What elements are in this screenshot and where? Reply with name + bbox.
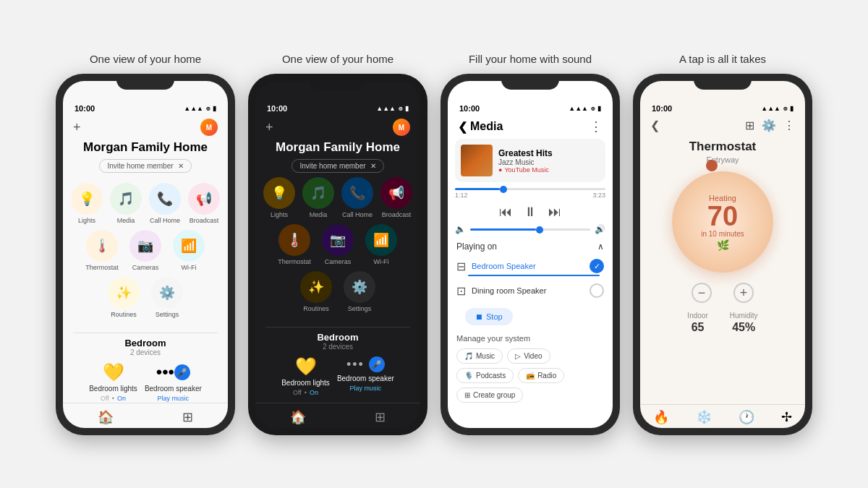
volume-track[interactable] (470, 228, 590, 231)
invite-chip-2[interactable]: Invite home member ✕ (292, 159, 383, 173)
dark-grid-wifi[interactable]: 📶 Wi-Fi (362, 224, 400, 265)
add-icon-2[interactable]: + (265, 120, 273, 135)
collapse-icon[interactable]: ∧ (597, 241, 604, 252)
home-nav-icon[interactable]: 🏠 (98, 409, 114, 425)
dark-grid-thermo[interactable]: 🌡️ Thermostat (276, 224, 313, 265)
wifi-icon-2: ⌾ (399, 105, 402, 112)
thermo-time: in 10 minutes (701, 230, 744, 238)
grid-item-wifi[interactable]: 📶 Wi-Fi (170, 230, 208, 271)
grid-item-lights[interactable]: 💡 Lights (70, 183, 103, 224)
caption-screen3: Fill your home with sound (469, 53, 592, 65)
dark-devices-nav[interactable]: ⊞ (375, 409, 386, 425)
volume-fill (470, 228, 536, 231)
stop-icon: ⏹ (475, 312, 483, 321)
avatar-2[interactable]: M (393, 119, 410, 136)
dark-grid-routines[interactable]: ✨ Routines (297, 271, 335, 312)
dark-grid-settings[interactable]: ⚙️ Settings (341, 271, 378, 312)
close-icon-2[interactable]: ✕ (370, 162, 376, 170)
grid-row-2: 🌡️ Thermostat 📷 Cameras 📶 Wi-Fi (70, 230, 221, 271)
more-icon-thermo[interactable]: ⋮ (783, 119, 795, 132)
dark-lights-device-icon: 💛 (295, 356, 317, 377)
room-section-2: Bedroom 2 devices 💛 Bedroom lights Off •… (255, 332, 420, 396)
dark-play-music[interactable]: Play music (350, 385, 382, 392)
stop-button[interactable]: ⏹ Stop (465, 308, 513, 325)
humidity-label: Humidity (730, 312, 758, 320)
notch3 (501, 74, 559, 90)
grid-item-call[interactable]: 📞 Call Home (148, 183, 182, 224)
devices-nav-icon[interactable]: ⊞ (182, 409, 193, 425)
screen1-content: 10:00 ▲▲▲ ⌾ ▮ + M Morgan Family Home (63, 81, 228, 428)
media-title: ❮ Media (458, 120, 503, 134)
dark-mic-button[interactable]: 🎤 (369, 356, 385, 372)
bottom-nav-2: 🏠 ⊞ (255, 403, 420, 428)
dark-home-nav[interactable]: 🏠 (290, 409, 306, 425)
dark-grid-media[interactable]: 🎵 Media (302, 177, 335, 218)
track-info: Greatest Hits Jazz Music ● YouTube Music (498, 148, 600, 174)
chip-video[interactable]: ▷ Video (507, 348, 550, 364)
track-source: ● YouTube Music (498, 166, 600, 174)
lights-on: On (117, 395, 126, 402)
thermostat-dial[interactable]: Heating 70 in 10 minutes 🌿 (672, 171, 773, 273)
dark-device-lights[interactable]: 💛 Bedroom lights Off • On (281, 356, 330, 396)
thermo-subtitle: Entryway (640, 155, 805, 164)
pause-button[interactable]: ⏸ (524, 205, 537, 220)
screen1-wrapper: One view of your home 10:00 ▲▲▲ ⌾ ▮ + (56, 53, 235, 435)
grid-row-3: ✨ Routines ⚙️ Settings (70, 277, 221, 318)
device-lights[interactable]: 💛 Bedroom lights Off • On (89, 362, 137, 402)
dark-cameras-icon: 📷 (322, 224, 354, 256)
play-music-link[interactable]: Play music (158, 395, 190, 402)
dark-grid-cameras[interactable]: 📷 Cameras (319, 224, 357, 265)
mic-button[interactable]: 🎤 (174, 364, 190, 380)
cool-nav-icon[interactable]: ❄️ (696, 409, 712, 425)
grid-item-cameras[interactable]: 📷 Cameras (127, 230, 164, 271)
chip-group[interactable]: ⊞ Create group (456, 388, 523, 403)
status-icons-3: ▲▲▲ ⌾ ▮ (569, 105, 601, 112)
grid-item-settings[interactable]: ⚙️ Settings (148, 277, 186, 318)
avatar-1[interactable]: M (200, 119, 218, 136)
heat-nav-icon[interactable]: 🔥 (653, 409, 669, 425)
add-icon[interactable]: + (73, 120, 81, 135)
chip-radio[interactable]: 📻 Radio (518, 368, 564, 383)
dark-wifi-icon: 📶 (365, 224, 397, 256)
chip-podcasts[interactable]: 🎙️ Podcasts (456, 368, 514, 383)
chip-music[interactable]: 🎵 Music (456, 348, 503, 364)
invite-chip-1[interactable]: Invite home member ✕ (99, 159, 191, 173)
progress-bar[interactable]: 1:12 3:23 (448, 188, 613, 202)
speaker-device-name: Bedroom speaker (145, 385, 202, 393)
dark-call-icon: 📞 (341, 177, 373, 209)
thermo-header: ❮ ⊞ ⚙️ ⋮ (640, 116, 805, 137)
next-button[interactable]: ⏭ (548, 205, 561, 220)
battery-icon-3: ▮ (597, 105, 601, 112)
decrease-temp-button[interactable]: − (692, 283, 712, 303)
bottom-nav-1: 🏠 ⊞ (63, 403, 228, 428)
screenshots-container: One view of your home 10:00 ▲▲▲ ⌾ ▮ + (34, 38, 834, 450)
group-chip-icon: ⊞ (464, 391, 470, 399)
grid-item-thermo[interactable]: 🌡️ Thermostat (83, 230, 121, 271)
plus-icon: + (740, 286, 748, 301)
schedule-nav-icon[interactable]: 🕐 (739, 409, 754, 425)
dark-grid-lights[interactable]: 💡 Lights (263, 177, 296, 218)
more-icon[interactable]: ⋮ (590, 119, 603, 134)
speaker-item-dining[interactable]: ⊡ Dining room Speaker (448, 279, 613, 302)
status-bar-2: 10:00 ▲▲▲ ⌾ ▮ (255, 98, 420, 116)
device-speaker[interactable]: ••• 🎤 Bedroom speaker Play music (145, 362, 202, 402)
grid-item-media[interactable]: 🎵 Media (109, 183, 142, 224)
chevron-down-icon[interactable]: ❮ (458, 120, 467, 134)
dark-device-speaker[interactable]: ••• 🎤 Bedroom speaker Play music (337, 356, 394, 396)
fan-nav-icon[interactable]: ✢ (781, 409, 792, 425)
back-icon[interactable]: ❮ (650, 119, 660, 132)
increase-temp-button[interactable]: + (733, 283, 754, 303)
speaker-device-icon: ••• (156, 362, 174, 382)
prev-button[interactable]: ⏮ (499, 205, 512, 220)
humidity-stat: Humidity 45% (730, 312, 758, 334)
dark-speaker-name: Bedroom speaker (337, 374, 394, 382)
notch4 (694, 74, 752, 90)
lights-device-name: Bedroom lights (89, 385, 137, 393)
dark-grid-call[interactable]: 📞 Call Home (341, 177, 374, 218)
gear-icon-thermo[interactable]: ⚙️ (762, 119, 776, 132)
settings-icon-thermo[interactable]: ⊞ (745, 119, 754, 132)
grid-item-broadcast[interactable]: 📢 Broadcast (187, 183, 221, 224)
grid-item-routines[interactable]: ✨ Routines (105, 277, 142, 318)
close-icon-1[interactable]: ✕ (178, 162, 184, 170)
dark-grid-broadcast[interactable]: 📢 Broadcast (380, 177, 413, 218)
